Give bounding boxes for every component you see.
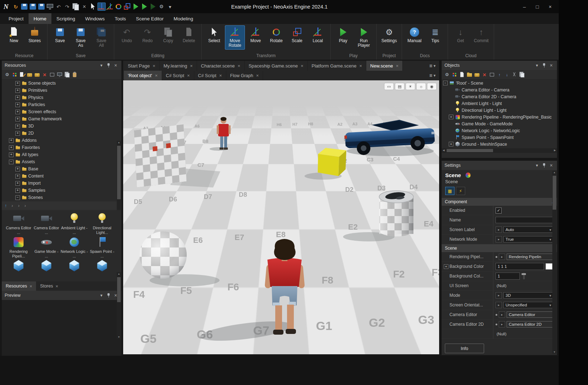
ribbon-button[interactable]: Local bbox=[308, 25, 328, 45]
tree-item[interactable]: + Base bbox=[2, 165, 121, 172]
toolbar-icon[interactable] bbox=[19, 71, 25, 78]
quick-toolbar-icon[interactable] bbox=[132, 2, 140, 11]
viewport-overlay-button[interactable] bbox=[417, 83, 426, 90]
tree-item[interactable]: + Import bbox=[2, 180, 121, 187]
tree-item[interactable]: + Samples bbox=[2, 187, 121, 194]
toolbar-icon[interactable] bbox=[41, 71, 48, 78]
toolbar-icon[interactable] bbox=[34, 71, 40, 78]
section-header-scene[interactable]: Scene bbox=[442, 244, 557, 252]
maximize-button[interactable]: □ bbox=[531, 2, 544, 11]
menu-tab[interactable]: Modeling bbox=[169, 13, 198, 24]
toolbar-icon[interactable] bbox=[504, 71, 510, 78]
breadcrumb-item[interactable] bbox=[9, 203, 15, 208]
ribbon-button[interactable]: Save As bbox=[71, 25, 91, 50]
property-default-button[interactable] bbox=[499, 311, 505, 318]
ribbon-button[interactable]: Move bbox=[246, 25, 266, 45]
tree-expander[interactable]: + bbox=[15, 88, 20, 93]
toolbar-icon[interactable] bbox=[474, 71, 480, 78]
panel-menu-icon[interactable] bbox=[99, 62, 104, 68]
quick-toolbar-icon[interactable] bbox=[12, 2, 20, 11]
blue-car[interactable] bbox=[344, 118, 436, 156]
toolbar-icon[interactable] bbox=[459, 71, 465, 78]
asset-item[interactable] bbox=[5, 260, 32, 281]
quick-toolbar-icon[interactable] bbox=[55, 2, 63, 11]
quick-toolbar-icon[interactable] bbox=[166, 2, 174, 11]
tree-item[interactable]: + Particles bbox=[2, 101, 121, 108]
panel-menu-icon[interactable] bbox=[534, 162, 540, 168]
tree-item[interactable]: Directional Light - Light bbox=[442, 107, 557, 114]
property-input[interactable] bbox=[496, 217, 553, 223]
ribbon-button[interactable]: Select bbox=[204, 25, 224, 45]
ribbon-button[interactable]: Commit bbox=[471, 25, 491, 45]
toolbar-icon[interactable] bbox=[466, 71, 473, 78]
quick-toolbar-icon[interactable] bbox=[149, 2, 157, 11]
tree-expander[interactable]: + bbox=[9, 145, 14, 150]
tree-expander[interactable]: − bbox=[443, 81, 448, 85]
quick-toolbar-icon[interactable] bbox=[97, 2, 106, 11]
asset-item[interactable]: Game Mode - ... bbox=[32, 236, 60, 258]
toolbar-icon[interactable] bbox=[64, 71, 70, 78]
property-default-button[interactable] bbox=[499, 321, 505, 328]
tree-expander[interactable]: − bbox=[15, 195, 20, 200]
toolbar-icon[interactable] bbox=[489, 71, 495, 78]
property-dropdown[interactable]: Auto bbox=[503, 226, 553, 233]
sub-document-tab[interactable]: C# Script bbox=[162, 71, 194, 80]
toolbar-icon[interactable] bbox=[444, 71, 450, 78]
tree-expander[interactable]: + bbox=[449, 142, 453, 146]
close-icon[interactable] bbox=[548, 162, 554, 168]
tree-item[interactable]: + Addons bbox=[2, 137, 121, 144]
property-button[interactable]: Camera Editor bbox=[507, 311, 553, 318]
tree-expander[interactable]: + bbox=[15, 81, 20, 86]
quick-toolbar-icon[interactable] bbox=[72, 2, 80, 11]
tree-item[interactable]: + 2D bbox=[2, 130, 121, 137]
menu-tab[interactable]: Project bbox=[4, 13, 29, 24]
objects-tree-hscrollbar[interactable] bbox=[442, 148, 557, 153]
toolbar-icon[interactable] bbox=[11, 71, 18, 78]
sub-document-tab[interactable]: C# Script bbox=[194, 71, 226, 80]
asset-item[interactable]: Network Logic - ... bbox=[60, 236, 88, 258]
property-dropdown[interactable]: True bbox=[503, 236, 553, 242]
property-default-button[interactable] bbox=[496, 292, 502, 299]
toolbar-icon[interactable] bbox=[4, 71, 10, 78]
quick-toolbar-icon[interactable] bbox=[123, 2, 131, 11]
tree-item[interactable]: + All types bbox=[2, 151, 121, 158]
asset-grid-scrollbar[interactable] bbox=[117, 272, 121, 339]
property-checkbox[interactable] bbox=[496, 208, 502, 214]
tree-item[interactable]: + Rendering Pipeline - RenderingPipeline… bbox=[442, 114, 557, 120]
tab-close-icon[interactable] bbox=[190, 63, 193, 69]
tree-item[interactable]: + Favorites bbox=[2, 144, 121, 151]
tab-close-icon[interactable] bbox=[359, 63, 362, 69]
tree-item[interactable]: Game Mode - GameMode bbox=[442, 120, 557, 127]
viewport-overlay-button[interactable] bbox=[427, 83, 436, 90]
ribbon-button[interactable]: New bbox=[4, 25, 24, 45]
distant-character[interactable] bbox=[210, 117, 231, 151]
property-button[interactable]: Rendering Pipelin bbox=[507, 254, 553, 260]
tab-close-icon[interactable] bbox=[256, 73, 259, 78]
quick-toolbar-icon[interactable] bbox=[29, 2, 37, 11]
asset-item[interactable] bbox=[32, 260, 60, 281]
tree-item[interactable]: − Scenes bbox=[2, 194, 121, 201]
ribbon-button[interactable]: Stores bbox=[25, 25, 45, 45]
tree-item[interactable]: Spawn Point - SpawnPoint bbox=[442, 134, 557, 141]
sub-document-tab[interactable]: Flow Graph bbox=[226, 71, 263, 80]
toolbar-icon[interactable] bbox=[481, 71, 488, 78]
tab-list-button[interactable]: ▾ bbox=[426, 71, 439, 80]
events-mode-button[interactable]: ⚡ bbox=[456, 187, 465, 195]
document-tab[interactable]: Spaceship Game.scene bbox=[245, 61, 308, 71]
tree-expander[interactable]: + bbox=[15, 188, 20, 193]
tree-item[interactable]: + Content bbox=[2, 172, 121, 180]
pin-icon[interactable] bbox=[106, 292, 111, 298]
tab-close-icon[interactable] bbox=[187, 73, 190, 78]
property-dropdown[interactable]: Unspecified bbox=[503, 302, 553, 308]
tree-expander[interactable]: − bbox=[9, 160, 14, 164]
close-button[interactable]: × bbox=[544, 2, 557, 11]
checker-sphere[interactable] bbox=[140, 231, 220, 286]
tree-expander[interactable]: + bbox=[15, 124, 20, 129]
tree-expander[interactable]: + bbox=[449, 115, 453, 119]
panel-menu-icon[interactable] bbox=[99, 292, 104, 298]
tree-expander[interactable]: + bbox=[15, 181, 20, 186]
pin-icon[interactable] bbox=[541, 162, 547, 168]
ribbon-button[interactable]: Copy bbox=[158, 25, 178, 45]
panel-menu-icon[interactable] bbox=[534, 62, 540, 68]
tree-item[interactable]: + Game framework bbox=[2, 115, 121, 122]
